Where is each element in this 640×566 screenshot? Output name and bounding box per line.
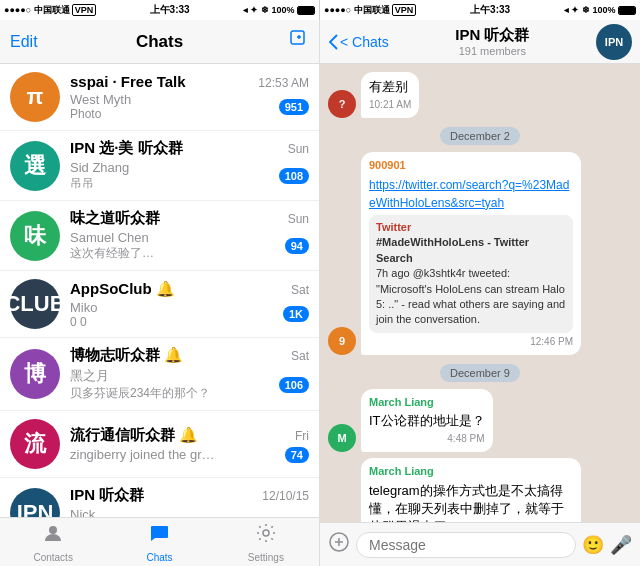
right-carrier: ●●●●○ 中国联通	[324, 4, 390, 17]
tab-bar: Contacts Chats Settings	[0, 517, 319, 566]
right-battery-icons: ◂ ✦ ❄ 100%	[564, 5, 636, 15]
chat-name: 博物志听众群 🔔	[70, 346, 183, 365]
chat-time: Sat	[291, 349, 309, 363]
msg-bubble: 900901https://twitter.com/search?q=%23Ma…	[361, 152, 581, 355]
chat-time: Sun	[288, 212, 309, 226]
chat-content: IPN 听众群 12/10/15 Nick 并不是	[70, 486, 309, 517]
left-carrier: ●●●●○ 中国联通	[4, 4, 70, 17]
chat-avatar: 流	[10, 419, 60, 469]
msg-sender: March Liang	[369, 464, 573, 479]
chat-name: 流行通信听众群 🔔	[70, 426, 198, 445]
msg-avatar: 9	[328, 327, 356, 355]
chat-avatar: 選	[10, 141, 60, 191]
edit-button[interactable]: Edit	[10, 33, 50, 51]
message-row: ? 有差别10:21 AM	[328, 72, 632, 118]
msg-bubble: March LiangIT公论群的地址是？4:48 PM	[361, 389, 493, 453]
left-time: 上午3:33	[96, 3, 243, 17]
chat-preview: 吊吊	[70, 175, 129, 192]
message-row: M March Liangtelegram的操作方式也是不太搞得懂，在聊天列表中…	[328, 458, 632, 522]
chat-item[interactable]: 博 博物志听众群 🔔 Sat 黑之月 贝多芬诞辰234年的那个？ 106	[0, 338, 319, 411]
chat-sub: zingiberry joined the group via invite l…	[70, 447, 220, 462]
tab-settings-label: Settings	[248, 552, 284, 563]
chat-avatar: 味	[10, 211, 60, 261]
chat-sub: Nick	[70, 507, 106, 517]
contacts-icon	[42, 522, 64, 550]
chat-badge: 951	[279, 99, 309, 115]
messages-area: ? 有差别10:21 AM December 2 9 900901https:/…	[320, 64, 640, 522]
message-input-bar: 🙂 🎤	[320, 522, 640, 566]
chat-avatar: 博	[10, 349, 60, 399]
chats-title: Chats	[50, 32, 269, 52]
attach-button[interactable]	[328, 531, 350, 559]
tab-settings[interactable]: Settings	[213, 518, 319, 566]
msg-link[interactable]: https://twitter.com/search?q=%23MadeWith…	[369, 176, 573, 212]
chat-content: sspai · Free Talk 12:53 AM West Myth Pho…	[70, 73, 309, 121]
compose-button[interactable]	[269, 29, 309, 54]
chat-badge: 94	[285, 238, 309, 254]
chat-item[interactable]: CLUB AppSoClub 🔔 Sat Miko 0 0 1K	[0, 271, 319, 338]
chat-item[interactable]: π sspai · Free Talk 12:53 AM West Myth P…	[0, 64, 319, 131]
chats-icon	[148, 522, 170, 550]
chat-preview: Photo	[70, 107, 131, 121]
chat-preview: 0 0	[70, 315, 97, 329]
emoji-button[interactable]: 🙂	[582, 534, 604, 556]
msg-time: 4:48 PM	[369, 432, 485, 446]
msg-bubble: 有差别10:21 AM	[361, 72, 419, 118]
tab-contacts-label: Contacts	[33, 552, 72, 563]
chat-name: IPN 听众群	[70, 486, 144, 505]
left-battery-icons: ◂ ✦ ❄ 100%	[243, 5, 315, 15]
chat-time: 12:53 AM	[258, 76, 309, 90]
right-vpn: VPN	[392, 4, 417, 16]
chat-avatar: π	[10, 72, 60, 122]
chat-avatar: CLUB	[10, 279, 60, 329]
chat-preview: 这次有经验了…	[70, 245, 154, 262]
msg-bubble: March Liangtelegram的操作方式也是不太搞得懂，在聊天列表中删掉…	[361, 458, 581, 522]
chat-name: 味之道听众群	[70, 209, 160, 228]
right-header-title: IPN 听众群	[455, 26, 529, 45]
chat-content: 流行通信听众群 🔔 Fri zingiberry joined the grou…	[70, 426, 309, 463]
settings-icon	[255, 522, 277, 550]
chat-item[interactable]: IPN IPN 听众群 12/10/15 Nick 并不是	[0, 478, 319, 517]
svg-point-3	[49, 526, 57, 534]
date-divider: December 9	[328, 363, 632, 381]
right-time: 上午3:33	[416, 3, 564, 17]
message-input[interactable]	[356, 532, 576, 558]
chat-badge: 74	[285, 447, 309, 463]
chat-badge: 106	[279, 377, 309, 393]
right-header-sub: 191 members	[459, 45, 526, 57]
mic-button[interactable]: 🎤	[610, 534, 632, 556]
chat-item[interactable]: 選 IPN 选·美 听众群 Sun Sid Zhang 吊吊 108	[0, 131, 319, 201]
chat-item[interactable]: 味 味之道听众群 Sun Samuel Chen 这次有经验了… 94	[0, 201, 319, 271]
right-header: < Chats IPN 听众群 191 members IPN	[320, 20, 640, 64]
msg-sender: March Liang	[369, 395, 485, 410]
right-header-info: IPN 听众群 191 members	[389, 26, 596, 57]
chat-content: IPN 选·美 听众群 Sun Sid Zhang 吊吊 108	[70, 139, 309, 192]
tab-contacts[interactable]: Contacts	[0, 518, 106, 566]
chat-sub: Miko	[70, 300, 97, 315]
msg-sender: 900901	[369, 158, 573, 173]
chat-badge: 1K	[283, 306, 309, 322]
chat-name: IPN 选·美 听众群	[70, 139, 183, 158]
back-button[interactable]: < Chats	[328, 34, 389, 50]
msg-text: telegram的操作方式也是不太搞得懂，在聊天列表中删掉了，就等于从群里退出了…	[369, 482, 573, 522]
chat-item[interactable]: 流 流行通信听众群 🔔 Fri zingiberry joined the gr…	[0, 411, 319, 478]
msg-text: IT公论群的地址是？	[369, 412, 485, 430]
msg-card: Twitter #MadeWithHoloLens - Twitter Sear…	[369, 215, 573, 333]
message-row: 9 900901https://twitter.com/search?q=%23…	[328, 152, 632, 355]
left-vpn: VPN	[72, 4, 97, 16]
msg-time: 12:46 PM	[369, 335, 573, 349]
msg-text: 有差别	[369, 78, 411, 96]
chat-sub: West Myth	[70, 92, 131, 107]
chat-time: Sat	[291, 283, 309, 297]
chat-sub: Sid Zhang	[70, 160, 129, 175]
tab-chats[interactable]: Chats	[106, 518, 212, 566]
msg-avatar: ?	[328, 90, 356, 118]
chat-content: 味之道听众群 Sun Samuel Chen 这次有经验了… 94	[70, 209, 309, 262]
chat-time: Fri	[295, 429, 309, 443]
chat-time: 12/10/15	[262, 489, 309, 503]
chat-avatar: IPN	[10, 488, 60, 518]
date-divider: December 2	[328, 126, 632, 144]
chat-sub: 黑之月	[70, 367, 210, 385]
chat-name: sspai · Free Talk	[70, 73, 186, 90]
chat-preview: 贝多芬诞辰234年的那个？	[70, 385, 210, 402]
